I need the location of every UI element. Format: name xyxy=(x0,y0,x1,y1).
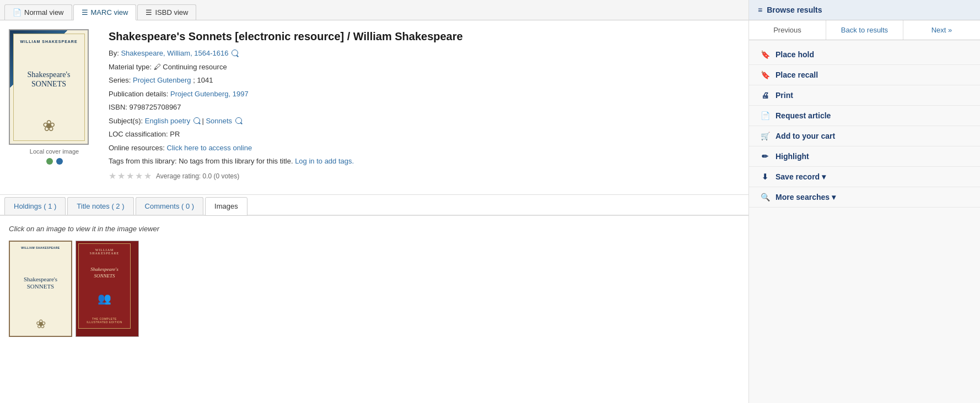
series-field: Series: Project Gutenberg ; 1041 xyxy=(109,75,740,86)
cover-area: WILLIAM SHAKESPEARE Shakespeare'sSONNETS… xyxy=(9,29,100,186)
print-action[interactable]: 🖨 Print xyxy=(749,85,980,106)
prev-button[interactable]: Previous xyxy=(749,20,826,40)
tags-field: Tags from this library: No tags from thi… xyxy=(109,156,740,167)
star-4[interactable]: ★ xyxy=(135,170,143,183)
tags-login-link[interactable]: Log in to add tags. xyxy=(295,157,354,165)
sidebar-actions: 🔖 Place hold 🔖 Place recall 🖨 Print 📄 Re… xyxy=(749,40,980,212)
series-label: Series: xyxy=(109,76,131,84)
place-recall-action[interactable]: 🔖 Place recall xyxy=(749,65,980,85)
material-type-value: Continuing resource xyxy=(163,63,227,71)
isbn-value: 9798725708967 xyxy=(130,103,181,111)
material-type-label: Material type: xyxy=(109,63,152,71)
request-article-action[interactable]: 📄 Request article xyxy=(749,106,980,126)
bookmark2-icon: 🔖 xyxy=(760,70,770,79)
next-button[interactable]: Next » xyxy=(903,20,980,40)
author-field: By: Shakespeare, William, 1564-1616 xyxy=(109,48,740,59)
place-hold-label: Place hold xyxy=(776,50,814,59)
author-label: By: xyxy=(109,49,119,57)
cover-author: WILLIAM SHAKESPEARE xyxy=(20,40,77,43)
save-record-action[interactable]: ⬇ Save record ▾ xyxy=(749,167,980,187)
online-label: Online resources: xyxy=(109,144,165,152)
add-to-cart-action[interactable]: 🛒 Add to your cart xyxy=(749,126,980,146)
book-title: Shakespeare's Sonnets [electronic resour… xyxy=(109,29,740,43)
browse-results-title: Browse results xyxy=(767,6,822,14)
pub-details-link[interactable]: Project Gutenberg, 1997 xyxy=(170,90,249,98)
thumbnail-2[interactable]: WILLIAM SHAKESPEARE Shakespeare'sSONNETS… xyxy=(76,241,139,337)
isbn-label: ISBN: xyxy=(109,103,127,111)
tags-no-tags: No tags from this library for this title… xyxy=(179,157,293,165)
loc-field: LOC classification: PR xyxy=(109,129,740,140)
star-rating: ★ ★ ★ ★ ★ Average rating: 0.0 (0 votes) xyxy=(109,170,740,183)
tab-images[interactable]: Images xyxy=(205,197,247,216)
series-num: ; 1041 xyxy=(193,76,213,84)
highlight-icon: ✏ xyxy=(760,152,770,161)
series-link[interactable]: Project Gutenberg xyxy=(133,76,191,84)
tab-holdings[interactable]: Holdings ( 1 ) xyxy=(4,197,66,215)
cover-title: Shakespeare'sSONNETS xyxy=(28,70,71,89)
tab-normal[interactable]: 📄 Normal view xyxy=(4,4,72,20)
more-searches-label: More searches ▾ xyxy=(776,193,836,202)
browse-results-header: ≡ Browse results xyxy=(749,0,980,20)
subject1-link[interactable]: English poetry xyxy=(145,117,190,125)
dot-available xyxy=(46,158,53,165)
star-2[interactable]: ★ xyxy=(117,170,125,183)
place-hold-action[interactable]: 🔖 Place hold xyxy=(749,45,980,65)
rating-text: Average rating: 0.0 (0 votes) xyxy=(156,171,239,181)
tab-title-notes[interactable]: Title notes ( 2 ) xyxy=(67,197,133,215)
author-link[interactable]: Shakespeare, William, 1564-1616 xyxy=(121,49,228,57)
list-icon: ☰ xyxy=(82,8,88,17)
search-icon: 🔍 xyxy=(760,193,770,202)
loc-value: PR xyxy=(170,130,180,138)
more-searches-action[interactable]: 🔍 More searches ▾ xyxy=(749,187,980,208)
cart-icon: 🛒 xyxy=(760,132,770,140)
subject2-search-icon[interactable] xyxy=(235,117,242,124)
loc-label: LOC classification: xyxy=(109,130,168,138)
star-3[interactable]: ★ xyxy=(126,170,134,183)
tags-label: Tags from this library: xyxy=(109,157,177,165)
print-icon: 🖨 xyxy=(760,91,770,100)
online-field: Online resources: Click here to access o… xyxy=(109,143,740,154)
add-to-cart-label: Add to your cart xyxy=(776,132,835,140)
subject1-search-icon[interactable] xyxy=(193,117,200,124)
pub-details-field: Publication details: Project Gutenberg, … xyxy=(109,89,740,100)
save-record-label: Save record ▾ xyxy=(776,172,826,181)
tab-isbd[interactable]: ☰ ISBD view xyxy=(137,4,196,20)
view-tabs: 📄 Normal view ☰ MARC view ☰ ISBD view xyxy=(0,0,749,20)
menu-icon: ≡ xyxy=(758,6,762,14)
subject2-link[interactable]: Sonnets xyxy=(206,117,232,125)
subjects-label: Subject(s): xyxy=(109,117,143,125)
tab-comments[interactable]: Comments ( 0 ) xyxy=(136,197,204,215)
cover-label: Local cover image xyxy=(9,148,100,155)
list2-icon: ☰ xyxy=(146,8,152,17)
save-icon: ⬇ xyxy=(760,172,770,181)
print-label: Print xyxy=(776,91,793,100)
request-article-label: Request article xyxy=(776,111,831,120)
isbn-field: ISBN: 9798725708967 xyxy=(109,102,740,113)
subjects-field: Subject(s): English poetry | Sonnets xyxy=(109,116,740,127)
thumbnail-1[interactable]: WILLIAM SHAKESPEARE Shakespeare'sSONNETS… xyxy=(9,241,72,337)
bottom-tabs: Holdings ( 1 ) Title notes ( 2 ) Comment… xyxy=(0,197,749,216)
sidebar-navigation: Previous Back to results Next » xyxy=(749,20,980,40)
images-grid: WILLIAM SHAKESPEARE Shakespeare'sSONNETS… xyxy=(9,241,740,337)
document-icon: 📄 xyxy=(13,8,21,17)
right-sidebar: ≡ Browse results Previous Back to result… xyxy=(749,0,980,403)
author-search-icon[interactable] xyxy=(231,50,238,56)
availability-dots xyxy=(9,158,100,165)
star-5[interactable]: ★ xyxy=(144,170,152,183)
place-recall-label: Place recall xyxy=(776,70,818,79)
cover-decoration: ❀ xyxy=(42,117,55,135)
cover-image: WILLIAM SHAKESPEARE Shakespeare'sSONNETS… xyxy=(9,29,89,145)
material-type-field: Material type: 🖊 Continuing resource xyxy=(109,62,740,73)
highlight-action[interactable]: ✏ Highlight xyxy=(749,146,980,167)
star-1[interactable]: ★ xyxy=(109,170,116,183)
article-icon: 📄 xyxy=(760,111,770,120)
back-to-results-button[interactable]: Back to results xyxy=(826,20,903,40)
bookmark-icon: 🔖 xyxy=(760,50,770,59)
book-info: Shakespeare's Sonnets [electronic resour… xyxy=(109,29,740,186)
dot-info xyxy=(56,158,63,165)
online-link[interactable]: Click here to access online xyxy=(167,144,252,152)
tab-marc[interactable]: ☰ MARC view xyxy=(73,4,137,20)
rating-field: ★ ★ ★ ★ ★ Average rating: 0.0 (0 votes) xyxy=(109,170,740,183)
book-detail: WILLIAM SHAKESPEARE Shakespeare'sSONNETS… xyxy=(0,20,749,195)
highlight-label: Highlight xyxy=(776,152,809,161)
